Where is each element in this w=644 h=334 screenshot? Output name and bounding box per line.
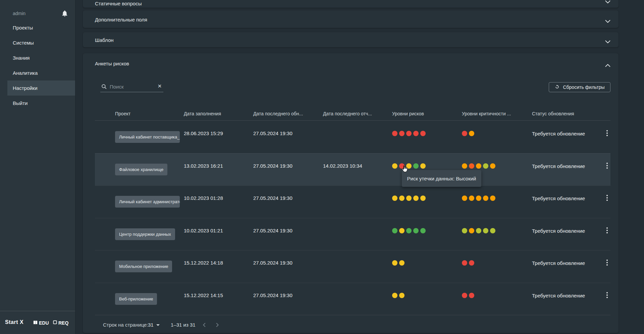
table-row[interactable]: Файловое хранилище13.02.2023 16:2127.05.… bbox=[95, 153, 610, 186]
yellow-dot[interactable] bbox=[392, 293, 397, 298]
project-chip[interactable]: Мобильное приложение bbox=[115, 261, 172, 272]
orange-dot[interactable] bbox=[462, 196, 467, 201]
red-dot[interactable] bbox=[462, 260, 467, 266]
row-menu-button[interactable] bbox=[604, 292, 610, 298]
red-dot[interactable] bbox=[469, 260, 474, 266]
column-header-5[interactable]: Уровни критичности ... bbox=[462, 111, 511, 116]
column-header-1[interactable]: Дата заполнения bbox=[184, 111, 221, 116]
risk-level-dots[interactable] bbox=[392, 293, 405, 298]
chevron-down-icon[interactable] bbox=[605, 0, 610, 5]
orange-dot[interactable] bbox=[469, 131, 474, 136]
row-menu-button[interactable] bbox=[604, 163, 610, 169]
orange-dot[interactable] bbox=[490, 163, 495, 169]
sidebar-item-4[interactable]: Настройки bbox=[7, 80, 75, 96]
yellow-dot[interactable] bbox=[392, 196, 397, 201]
red-dot[interactable] bbox=[413, 131, 419, 136]
yellow-dot[interactable] bbox=[406, 196, 412, 201]
sidebar-item-5[interactable]: Выйти bbox=[0, 96, 75, 111]
chevron-down-icon[interactable] bbox=[605, 39, 610, 45]
risk-level-dots[interactable] bbox=[392, 260, 405, 266]
yellow-green-dot[interactable] bbox=[490, 228, 495, 233]
orange-dot[interactable] bbox=[462, 163, 467, 169]
green-dot[interactable] bbox=[413, 228, 419, 233]
criticality-level-dots[interactable] bbox=[462, 228, 495, 233]
green-dot[interactable] bbox=[406, 228, 412, 233]
sidebar-item-2[interactable]: Знания bbox=[0, 50, 75, 65]
table-row[interactable]: Веб-приложение15.12.2022 14:1527.05.2024… bbox=[95, 283, 610, 315]
project-chip[interactable]: Личный кабинет поставщика_2023 bbox=[115, 131, 180, 143]
yellow-dot[interactable] bbox=[420, 196, 426, 201]
red-dot[interactable] bbox=[462, 293, 467, 298]
section-static-questions[interactable]: Статичные вопросы bbox=[83, 0, 619, 8]
yellow-dot[interactable] bbox=[392, 260, 397, 266]
search-input[interactable] bbox=[110, 82, 152, 91]
next-page-button[interactable] bbox=[213, 321, 221, 329]
previous-page-button[interactable] bbox=[201, 321, 208, 329]
row-menu-button[interactable] bbox=[604, 195, 610, 201]
sidebar-item-3[interactable]: Аналитика bbox=[0, 65, 75, 80]
yellow-dot[interactable] bbox=[399, 228, 405, 233]
row-menu-button[interactable] bbox=[604, 260, 610, 266]
yellow-dot[interactable] bbox=[392, 163, 397, 169]
risk-level-dots[interactable] bbox=[392, 196, 426, 201]
column-header-2[interactable]: Дата последнего обн... bbox=[253, 111, 303, 116]
yellow-dot[interactable] bbox=[399, 293, 405, 298]
rows-per-page-select[interactable]: 31 bbox=[148, 322, 160, 328]
red-dot[interactable] bbox=[420, 131, 426, 136]
project-chip[interactable]: Веб-приложение bbox=[115, 293, 157, 305]
sidebar-item-1[interactable]: Системы bbox=[0, 35, 75, 50]
risk-level-dots[interactable] bbox=[392, 131, 426, 136]
orange-dot[interactable] bbox=[476, 196, 481, 201]
row-menu-button[interactable] bbox=[604, 227, 610, 233]
clear-search-icon[interactable]: ✕ bbox=[157, 83, 163, 89]
project-chip[interactable]: Файловое хранилище bbox=[115, 164, 167, 175]
reset-filters-button[interactable]: Сбросить фильтры bbox=[549, 82, 610, 92]
notifications-bell-icon[interactable] bbox=[61, 10, 68, 17]
criticality-level-dots[interactable] bbox=[462, 163, 495, 169]
risk-level-dots[interactable] bbox=[392, 163, 426, 169]
green-dot[interactable] bbox=[420, 228, 426, 233]
project-chip[interactable]: Личный кабинет администратора bbox=[115, 196, 180, 208]
red-dot[interactable] bbox=[392, 131, 397, 136]
table-row[interactable]: Личный кабинет поставщика_202328.06.2023… bbox=[95, 121, 610, 153]
column-header-4[interactable]: Уровни рисков bbox=[392, 111, 424, 116]
criticality-level-dots[interactable] bbox=[462, 196, 495, 201]
section-template[interactable]: Шаблон bbox=[83, 32, 619, 47]
sidebar-item-0[interactable]: Проекты bbox=[0, 20, 75, 35]
orange-dot[interactable] bbox=[490, 196, 495, 201]
yellow-green-dot[interactable] bbox=[483, 163, 488, 169]
red-dot[interactable] bbox=[462, 131, 467, 136]
column-header-3[interactable]: Дата последнего отч... bbox=[323, 111, 372, 116]
yellow-dot[interactable] bbox=[399, 196, 405, 201]
table-row[interactable]: Центр поддержки данных10.02.2023 01:2127… bbox=[95, 218, 610, 250]
chevron-up-icon[interactable] bbox=[605, 62, 610, 68]
project-chip[interactable]: Центр поддержки данных bbox=[115, 228, 175, 240]
orange-dot[interactable] bbox=[483, 196, 488, 201]
orange-dot[interactable] bbox=[469, 196, 474, 201]
yellow-green-dot[interactable] bbox=[483, 228, 488, 233]
table-row[interactable]: Мобильное приложение15.12.2022 14:1827.0… bbox=[95, 250, 610, 283]
row-menu-button[interactable] bbox=[604, 130, 610, 136]
criticality-level-dots[interactable] bbox=[462, 293, 474, 298]
red-orange-dot[interactable] bbox=[469, 163, 474, 169]
risk-level-dots[interactable] bbox=[392, 228, 426, 233]
red-dot[interactable] bbox=[406, 131, 412, 136]
yellow-green-dot[interactable] bbox=[476, 228, 481, 233]
column-header-6[interactable]: Статус обновления bbox=[532, 111, 574, 116]
red-dot[interactable] bbox=[469, 293, 474, 298]
orange-dot[interactable] bbox=[469, 228, 474, 233]
criticality-level-dots[interactable] bbox=[462, 131, 474, 136]
green-dot[interactable] bbox=[413, 163, 419, 169]
green-dot[interactable] bbox=[392, 228, 397, 233]
section-additional-fields[interactable]: Дополнительные поля bbox=[83, 10, 619, 28]
column-header-0[interactable]: Проект bbox=[115, 111, 130, 116]
yellow-dot[interactable] bbox=[399, 260, 405, 266]
criticality-level-dots[interactable] bbox=[462, 260, 474, 266]
orange-dot[interactable] bbox=[476, 163, 481, 169]
yellow-dot[interactable] bbox=[420, 163, 426, 169]
yellow-green-dot[interactable] bbox=[462, 228, 467, 233]
table-row[interactable]: Личный кабинет администратора10.02.2023 … bbox=[95, 185, 610, 218]
red-dot[interactable] bbox=[399, 131, 405, 136]
chevron-down-icon[interactable] bbox=[605, 18, 610, 24]
yellow-dot[interactable] bbox=[413, 196, 419, 201]
